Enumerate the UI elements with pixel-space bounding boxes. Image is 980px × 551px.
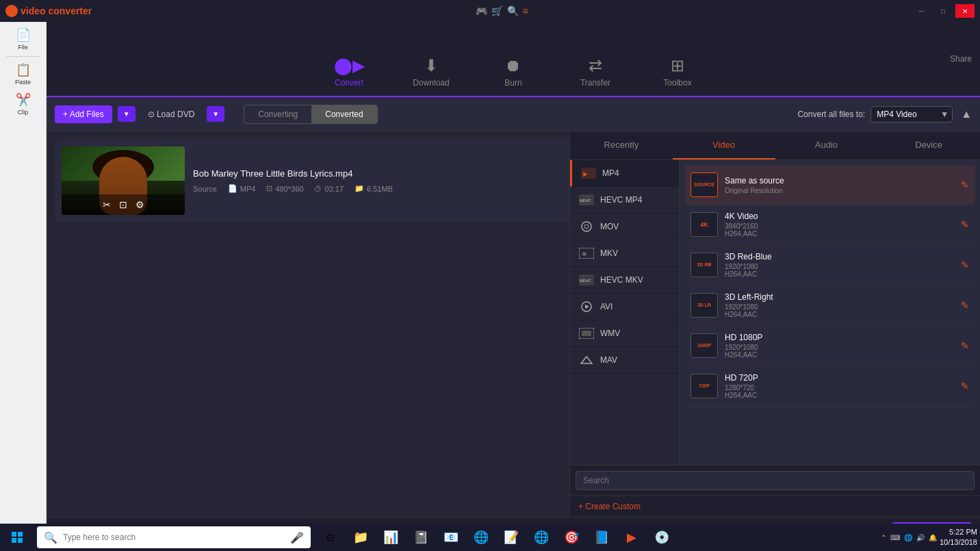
maximize-button[interactable]: □ — [933, 4, 953, 18]
scroll-up-button[interactable]: ▲ — [961, 108, 972, 120]
option-3d-left-right[interactable]: 3D LR 3D Left-Right 1920*1080 H264,AAC ✎ — [685, 285, 975, 326]
cart-icon[interactable]: 🛒 — [491, 5, 503, 16]
load-dvd-dropdown[interactable]: ▼ — [207, 106, 224, 122]
chevron-up-icon[interactable]: ⌃ — [881, 534, 886, 541]
left-panel-paste[interactable]: 📋 Paste — [3, 60, 44, 88]
tab-device[interactable]: Device — [877, 131, 980, 159]
format-mav[interactable]: MAV — [570, 347, 679, 374]
format-mkv[interactable]: ≋ MKV — [570, 240, 679, 267]
edit-720p-icon[interactable]: ✎ — [961, 381, 969, 392]
menu-icon[interactable]: ≡ — [523, 5, 528, 16]
onenote-icon: 📓 — [413, 530, 428, 545]
start-button[interactable] — [0, 524, 34, 551]
720p-option-icon: 720P — [691, 374, 718, 398]
edit-3d-lr-icon[interactable]: ✎ — [961, 300, 969, 311]
share-button[interactable]: Share — [950, 54, 972, 64]
option-4k[interactable]: 4K 4K Video 3840*2160 H264,AAC ✎ — [685, 205, 975, 245]
tab-converted[interactable]: Converted — [311, 105, 376, 123]
option-hd-720p[interactable]: 720P HD 720P 1280*720 H264,AAC ✎ — [685, 366, 975, 407]
clip-icon: ✂️ — [16, 92, 31, 107]
add-files-button[interactable]: + Add Files — [55, 105, 112, 123]
taskbar-chrome[interactable]: 🌐 — [527, 524, 556, 551]
taskbar-dvd[interactable]: 💿 — [647, 524, 676, 551]
taskbar-media[interactable]: ▶ — [617, 524, 646, 551]
word-icon: 📘 — [594, 530, 609, 545]
format-search-input[interactable] — [576, 471, 975, 490]
taskbar-search-input[interactable] — [63, 533, 285, 542]
edit-3d-rb-icon[interactable]: ✎ — [961, 259, 969, 270]
option-3d-lr-details: 3D Left-Right 1920*1080 H264,AAC — [725, 292, 954, 318]
edit-4k-icon[interactable]: ✎ — [961, 219, 969, 230]
media-icon: ▶ — [627, 530, 636, 545]
resolution-icon: ⊡ — [266, 184, 272, 193]
app-logo: ▶ video converter — [5, 5, 92, 17]
crop-icon[interactable]: ⊡ — [119, 199, 127, 210]
folder-icon: 📁 — [354, 184, 364, 193]
option-3d-red-blue[interactable]: 3D RB 3D Red-Blue 1920*1080 H264,AAC ✎ — [685, 245, 975, 285]
svg-text:HEVC: HEVC — [580, 279, 591, 283]
taskbar-powerpoint[interactable]: 📝 — [497, 524, 526, 551]
taskbar-edge[interactable]: 🌐 — [467, 524, 495, 551]
window-controls: ─ □ ✕ — [912, 4, 975, 18]
svg-point-4 — [582, 222, 591, 231]
format-hevc-mkv[interactable]: HEVC HEVC MKV — [570, 267, 679, 294]
format-mp4[interactable]: ▶ MP4 — [570, 160, 679, 187]
left-panel-clip[interactable]: ✂️ Clip — [3, 90, 44, 118]
option-3d-rb-details: 3D Red-Blue 1920*1080 H264,AAC — [725, 252, 954, 278]
taskbar-onenote[interactable]: 📓 — [407, 524, 435, 551]
edit-1080p-icon[interactable]: ✎ — [961, 340, 969, 351]
edit-same-as-source-icon[interactable]: ✎ — [961, 179, 969, 190]
top-nav: ⬤▶ Convert ⬇ Download ⏺ Burn ⇄ Transfer … — [47, 22, 980, 97]
create-custom-button[interactable]: + Create Custom — [570, 496, 980, 517]
notification-icon[interactable]: 🔔 — [929, 534, 937, 541]
settings-icon[interactable]: ⚙ — [136, 199, 144, 210]
format-wmv[interactable]: WMV — [570, 320, 679, 347]
nav-download-label: Download — [413, 78, 449, 88]
nav-transfer[interactable]: ⇄ Transfer — [554, 49, 636, 96]
clock-date: 10/13/2018 — [940, 537, 977, 548]
svg-text:▶: ▶ — [583, 171, 588, 177]
keyboard-icon[interactable]: ⌨ — [890, 534, 900, 541]
left-panel-file[interactable]: 📄 File — [3, 25, 44, 53]
option-same-as-source[interactable]: SOURCE Same as source Original Resolutio… — [685, 166, 975, 205]
cortana-icon: ⊡ — [326, 532, 335, 543]
option-720p-details: HD 720P 1280*720 H264,AAC — [725, 373, 954, 399]
format-selector[interactable]: MP4 Video MKV Video AVI Video — [871, 106, 953, 123]
speaker-icon[interactable]: 🔊 — [916, 534, 925, 541]
taskbar-cortana[interactable]: ⊡ — [316, 524, 345, 551]
search-icon[interactable]: 🔍 — [507, 5, 519, 16]
format-hevc-mp4[interactable]: HEVC HEVC MP4 — [570, 187, 679, 214]
format-avi-label: AVI — [600, 302, 612, 311]
taskbar-ppt2[interactable]: 🎯 — [557, 524, 586, 551]
minimize-button[interactable]: ─ — [912, 4, 931, 18]
taskbar-excel[interactable]: 📊 — [376, 524, 405, 551]
nav-burn[interactable]: ⏺ Burn — [472, 49, 554, 96]
nav-convert[interactable]: ⬤▶ Convert — [308, 49, 390, 96]
taskbar-word[interactable]: 📘 — [587, 524, 616, 551]
mkv-icon: ≋ — [578, 247, 595, 259]
tab-recently[interactable]: Recently — [570, 131, 673, 159]
close-button[interactable]: ✕ — [955, 4, 975, 18]
format-mov[interactable]: MOV — [570, 214, 679, 240]
tab-converting[interactable]: Converting — [244, 105, 311, 123]
network-icon[interactable]: 🌐 — [904, 534, 912, 541]
hevc-mkv-icon: HEVC — [578, 274, 595, 286]
nav-burn-label: Burn — [504, 78, 521, 88]
taskbar-search-box[interactable]: 🔍 🎤 — [37, 526, 311, 548]
format-avi[interactable]: AVI — [570, 294, 679, 320]
nav-toolbox[interactable]: ⊞ Toolbox — [636, 49, 719, 96]
taskbar-files[interactable]: 📁 — [346, 524, 375, 551]
option-4k-res: 3840*2160 H264,AAC — [725, 222, 954, 238]
gift-icon[interactable]: 🎮 — [476, 5, 487, 16]
load-dvd-button[interactable]: ⊙ Load DVD — [141, 105, 202, 123]
option-hd-1080p[interactable]: 1080P HD 1080P 1920*1080 H264,AAC ✎ — [685, 326, 975, 366]
add-files-dropdown[interactable]: ▼ — [118, 106, 136, 122]
taskbar-outlook[interactable]: 📧 — [437, 524, 465, 551]
tab-video[interactable]: Video — [673, 131, 775, 159]
nav-download[interactable]: ⬇ Download — [390, 49, 472, 96]
file-thumbnail: ✂ ⊡ ⚙ — [62, 146, 185, 215]
tab-audio[interactable]: Audio — [775, 131, 878, 159]
powerpoint-icon: 📝 — [504, 530, 519, 545]
taskbar-time[interactable]: 5:22 PM 10/13/2018 — [940, 527, 977, 548]
scissors-icon[interactable]: ✂ — [103, 199, 111, 210]
